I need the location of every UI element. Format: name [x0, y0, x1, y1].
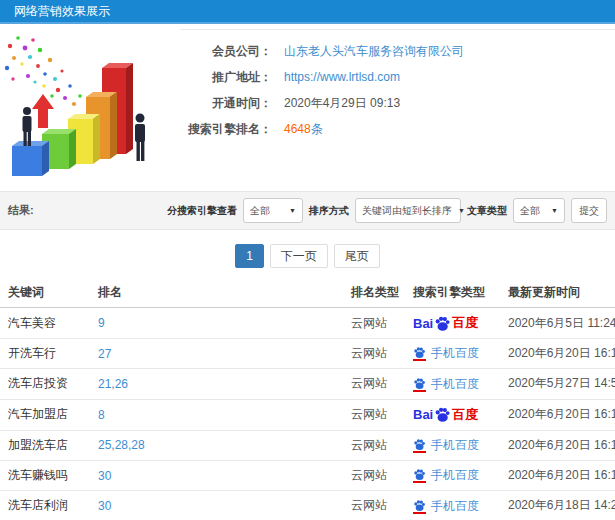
engine-type: Bai百度 手机百度: [405, 308, 500, 339]
article-type-label: 文章类型: [467, 204, 507, 218]
top-section: 会员公司： 山东老人头汽车服务咨询有限公司 推广地址： https://www.…: [0, 24, 615, 191]
baidu-logo: Bai百度: [413, 314, 478, 332]
rank-link[interactable]: 21,26: [90, 369, 343, 399]
keyword: 洗车店投资: [0, 369, 90, 399]
info-row-open-time: 开通时间： 2020年4月29日 09:13: [180, 90, 615, 116]
submit-button[interactable]: 提交: [571, 198, 607, 223]
engine-type: Bai百度 手机百度: [405, 430, 500, 460]
promotion-url-label: 推广地址：: [180, 69, 272, 86]
table-row: 洗车店投资 21,26 云网站 Bai百度 手机百度 2020年5月27日 14…: [0, 369, 615, 399]
filter-bar: 结果: 分搜索引擎查看 全部 ▼ 排序方式 关键词由短到长排序 ▼ 文章类型 全…: [0, 191, 615, 230]
baidu-paw-icon: [413, 377, 426, 390]
rank-link[interactable]: 27: [90, 339, 343, 369]
results-table: 关键词 排名 排名类型 搜索引擎类型 最新更新时间 汽车美容 9 云网站 Bai…: [0, 278, 615, 520]
table-row: 加盟洗车店 25,28,28 云网站 Bai百度 手机百度 2020年6月20日…: [0, 430, 615, 460]
filter-controls: 分搜索引擎查看 全部 ▼ 排序方式 关键词由短到长排序 ▼ 文章类型 全部 ▼ …: [167, 198, 607, 223]
chevron-down-icon: ▼: [452, 207, 465, 214]
rank-type: 云网站: [343, 369, 405, 399]
update-time: 2020年6月20日 16:12: [500, 399, 615, 430]
article-type-value: 全部: [520, 204, 540, 218]
header-rank-type: 排名类型: [343, 278, 405, 308]
baidu-paw-icon: [413, 438, 426, 451]
result-label: 结果:: [8, 203, 34, 218]
engine-rank-label: 搜索引擎排名：: [180, 121, 272, 138]
chevron-down-icon: ▼: [283, 207, 296, 214]
article-type-select[interactable]: 全部 ▼: [513, 198, 565, 223]
rank-type: 云网站: [343, 308, 405, 339]
mobile-baidu-logo: 手机百度: [413, 498, 479, 515]
rank-type: 云网站: [343, 430, 405, 460]
promotion-url-link[interactable]: https://www.lrtlsd.com: [284, 70, 400, 84]
marketing-chart-illustration: [0, 24, 180, 191]
engine-type: Bai百度 手机百度: [405, 399, 500, 430]
mobile-baidu-logo: 手机百度: [413, 437, 479, 454]
rank-type: 云网站: [343, 399, 405, 430]
baidu-paw-icon: [434, 315, 451, 332]
header-keyword: 关键词: [0, 278, 90, 308]
table-header-row: 关键词 排名 排名类型 搜索引擎类型 最新更新时间: [0, 278, 615, 308]
app-header: 网络营销效果展示: [0, 0, 615, 24]
info-row-url: 推广地址： https://www.lrtlsd.com: [180, 64, 615, 90]
rank-link[interactable]: 25,28,28: [90, 430, 343, 460]
header-engine-type: 搜索引擎类型: [405, 278, 500, 308]
page-title: 网络营销效果展示: [14, 3, 110, 20]
keyword: 洗车店利润: [0, 491, 90, 520]
update-time: 2020年6月20日 16:16: [500, 339, 615, 369]
page-button-current[interactable]: 1: [235, 244, 264, 268]
rank-link[interactable]: 30: [90, 460, 343, 490]
next-page-button[interactable]: 下一页: [270, 244, 328, 268]
pagination: 1 下一页 尾页: [0, 244, 615, 268]
businessman-right: [135, 114, 145, 162]
keyword: 汽车美容: [0, 308, 90, 339]
member-info-panel: 会员公司： 山东老人头汽车服务咨询有限公司 推广地址： https://www.…: [180, 29, 615, 191]
bar-chart-graphic: [0, 24, 180, 184]
info-row-rank: 搜索引擎排名： 4648条: [180, 116, 615, 142]
sort-label: 排序方式: [309, 204, 349, 218]
engine-type: Bai百度 手机百度: [405, 491, 500, 520]
baidu-paw-icon: [413, 499, 426, 512]
rank-count: 4648: [284, 122, 311, 136]
engine-filter-select[interactable]: 全部 ▼: [243, 198, 303, 223]
open-time-value: 2020年4月29日 09:13: [284, 95, 400, 112]
engine-rank-value[interactable]: 4648条: [284, 121, 323, 138]
update-time: 2020年6月20日 16:12: [500, 460, 615, 490]
keyword: 洗车赚钱吗: [0, 460, 90, 490]
baidu-paw-icon: [434, 406, 451, 423]
chevron-down-icon: ▼: [545, 207, 558, 214]
open-time-label: 开通时间：: [180, 95, 272, 112]
keyword: 加盟洗车店: [0, 430, 90, 460]
engine-type: Bai百度 手机百度: [405, 339, 500, 369]
rank-type: 云网站: [343, 339, 405, 369]
engine-type: Bai百度 手机百度: [405, 369, 500, 399]
rank-link[interactable]: 8: [90, 399, 343, 430]
businessman-left: [23, 107, 32, 146]
last-page-button[interactable]: 尾页: [334, 244, 380, 268]
rank-unit: 条: [311, 122, 323, 136]
table-row: 汽车加盟店 8 云网站 Bai百度 手机百度 2020年6月20日 16:12: [0, 399, 615, 430]
engine-filter-label: 分搜索引擎查看: [167, 204, 237, 218]
table-row: 汽车美容 9 云网站 Bai百度 手机百度 2020年6月5日 11:24: [0, 308, 615, 339]
rank-link[interactable]: 30: [90, 491, 343, 520]
header-rank: 排名: [90, 278, 343, 308]
update-time: 2020年6月18日 14:27: [500, 491, 615, 520]
baidu-paw-icon: [413, 346, 426, 359]
keyword: 开洗车行: [0, 339, 90, 369]
mobile-baidu-logo: 手机百度: [413, 376, 479, 393]
rank-type: 云网站: [343, 491, 405, 520]
company-link[interactable]: 山东老人头汽车服务咨询有限公司: [284, 43, 464, 60]
growth-arrow-icon: [32, 94, 54, 128]
baidu-paw-icon: [413, 468, 426, 481]
company-label: 会员公司：: [180, 43, 272, 60]
rank-link[interactable]: 9: [90, 308, 343, 339]
update-time: 2020年6月20日 16:11: [500, 430, 615, 460]
keyword: 汽车加盟店: [0, 399, 90, 430]
baidu-logo: Bai百度: [413, 406, 478, 424]
table-row: 开洗车行 27 云网站 Bai百度 手机百度 2020年6月20日 16:16: [0, 339, 615, 369]
info-row-company: 会员公司： 山东老人头汽车服务咨询有限公司: [180, 38, 615, 64]
update-time: 2020年5月27日 14:58: [500, 369, 615, 399]
update-time: 2020年6月5日 11:24: [500, 308, 615, 339]
sort-select[interactable]: 关键词由短到长排序 ▼: [355, 198, 461, 223]
table-row: 洗车店利润 30 云网站 Bai百度 手机百度 2020年6月18日 14:27: [0, 491, 615, 520]
header-update-time: 最新更新时间: [500, 278, 615, 308]
mobile-baidu-logo: 手机百度: [413, 345, 479, 362]
